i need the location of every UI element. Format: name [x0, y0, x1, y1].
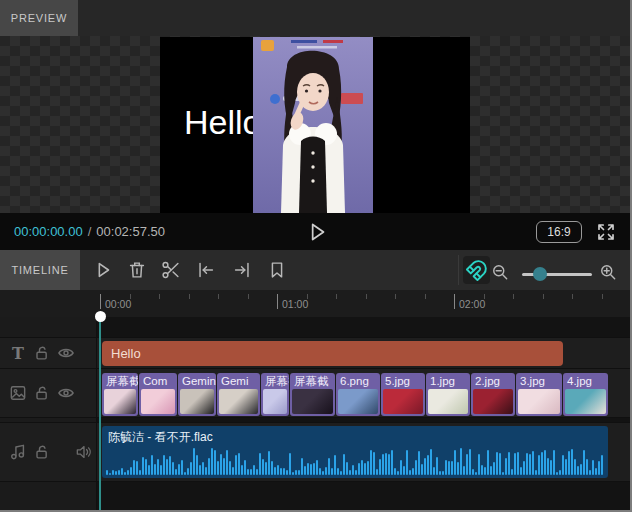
- zoom-slider-handle[interactable]: [533, 267, 547, 281]
- image-clip-thumbnail: [473, 389, 513, 414]
- image-clip-label: Gemin: [178, 373, 216, 389]
- waveform-bar: [130, 467, 132, 475]
- zoom-out-button[interactable]: [490, 261, 512, 283]
- ruler-minor-tick: [366, 294, 367, 299]
- ruler-minor-tick: [159, 294, 160, 299]
- image-clip[interactable]: Com: [139, 373, 177, 416]
- video-canvas[interactable]: Hello: [160, 37, 470, 213]
- timeline-play-button[interactable]: [92, 259, 114, 281]
- snap-toggle-button[interactable]: [463, 256, 490, 284]
- waveform-bar: [547, 458, 549, 475]
- waveform-bar: [505, 458, 507, 475]
- image-clip[interactable]: 6.png: [336, 373, 380, 416]
- waveform-bar: [211, 448, 213, 475]
- waveform-bar: [175, 469, 177, 475]
- waveform-bar: [283, 468, 285, 475]
- preview-text-overlay[interactable]: Hello: [184, 103, 261, 142]
- timeline-zoom-slider[interactable]: [522, 273, 592, 276]
- waveform-bar: [106, 470, 108, 475]
- playhead[interactable]: [95, 311, 106, 322]
- waveform-bar: [244, 460, 246, 475]
- waveform-bar: [271, 461, 273, 475]
- waveform-bar: [160, 465, 162, 475]
- image-clip[interactable]: 屏幕截: [102, 373, 138, 416]
- preview-stage: Hello: [0, 36, 630, 213]
- waveform-bar: [457, 462, 459, 475]
- image-clip[interactable]: 1.jpg: [426, 373, 470, 416]
- waveform-bar: [508, 452, 510, 475]
- waveform-bar: [433, 467, 435, 475]
- seek-start-button[interactable]: [195, 259, 217, 281]
- lock-toggle[interactable]: [32, 343, 52, 363]
- image-clip-thumbnail: [565, 389, 606, 414]
- image-clip-thumbnail: [104, 389, 136, 414]
- ruler-minor-tick: [572, 294, 573, 299]
- delete-button[interactable]: [126, 259, 148, 281]
- visibility-toggle[interactable]: [56, 343, 76, 363]
- waveform-bar: [406, 450, 408, 475]
- waveform-bar: [304, 466, 306, 475]
- lock-toggle[interactable]: [32, 442, 52, 462]
- waveform-bar: [265, 462, 267, 475]
- waveform-bar: [154, 464, 156, 475]
- play-icon: [304, 219, 330, 245]
- waveform-bar: [472, 469, 474, 475]
- zoom-in-button[interactable]: [598, 261, 620, 283]
- image-clip[interactable]: Gemi: [217, 373, 260, 416]
- image-clip[interactable]: 屏幕截: [290, 373, 335, 416]
- image-clip-label: 1.jpg: [426, 373, 470, 389]
- audio-clip-label: 陈毓洁 - 看不开.flac: [102, 426, 608, 446]
- waveform-bar: [442, 471, 444, 475]
- waveform-bar: [277, 465, 279, 475]
- play-button[interactable]: [304, 219, 330, 245]
- image-clip[interactable]: 4.jpg: [563, 373, 608, 416]
- waveform-bar: [247, 469, 249, 475]
- tab-preview[interactable]: PREVIEW: [0, 0, 78, 36]
- waveform-bar: [370, 450, 372, 475]
- image-clip-label: 屏幕截: [290, 373, 335, 389]
- fullscreen-button[interactable]: [594, 220, 618, 244]
- split-button[interactable]: [160, 259, 182, 281]
- waveform-bar: [349, 470, 351, 475]
- preview-controls: 00:00:00.00 / 00:02:57.50 16:9: [0, 213, 630, 250]
- waveform-bar: [316, 460, 318, 475]
- waveform-bar: [523, 461, 525, 475]
- ruler-major-tick: [277, 294, 278, 309]
- waveform-bar: [208, 458, 210, 475]
- waveform-bar: [292, 472, 294, 475]
- zoom-in-icon: [598, 262, 618, 282]
- total-time: 00:02:57.50: [96, 224, 165, 239]
- aspect-ratio-button[interactable]: 16:9: [536, 221, 582, 243]
- waveform-bar: [565, 459, 567, 475]
- bookmark-button[interactable]: [266, 259, 288, 281]
- waveform-bar: [280, 468, 282, 475]
- waveform-bar: [397, 471, 399, 475]
- image-clip[interactable]: 屏幕截: [261, 373, 289, 416]
- waveform-bar: [259, 453, 261, 475]
- waveform-bar: [574, 459, 576, 475]
- waveform-bar: [460, 448, 462, 475]
- waveform-bar: [388, 454, 390, 475]
- image-clip[interactable]: 2.jpg: [471, 373, 515, 416]
- image-clip[interactable]: Gemin: [178, 373, 216, 416]
- audio-clip[interactable]: 陈毓洁 - 看不开.flac: [102, 426, 608, 478]
- text-track-header: T: [0, 338, 96, 368]
- seek-end-button[interactable]: [231, 259, 253, 281]
- image-clip[interactable]: 3.jpg: [516, 373, 562, 416]
- image-clip-label: 4.jpg: [563, 373, 608, 389]
- waveform-bar: [538, 455, 540, 475]
- waveform-bar: [379, 459, 381, 475]
- timeline-ruler[interactable]: 00:0001:0002:0003:00: [0, 290, 630, 317]
- waveform-bar: [448, 461, 450, 475]
- waveform-bar: [178, 464, 180, 475]
- waveform-bar: [328, 458, 330, 475]
- tab-timeline[interactable]: TIMELINE: [0, 250, 80, 290]
- waveform-bar: [331, 468, 333, 475]
- image-clip-thumbnail: [428, 389, 468, 414]
- text-clip[interactable]: Hello: [102, 341, 563, 366]
- mute-toggle[interactable]: [74, 442, 94, 462]
- waveform-bar: [112, 470, 114, 475]
- waveform-bar: [385, 453, 387, 475]
- waveform-bar: [445, 460, 447, 475]
- image-clip[interactable]: 5.jpg: [381, 373, 425, 416]
